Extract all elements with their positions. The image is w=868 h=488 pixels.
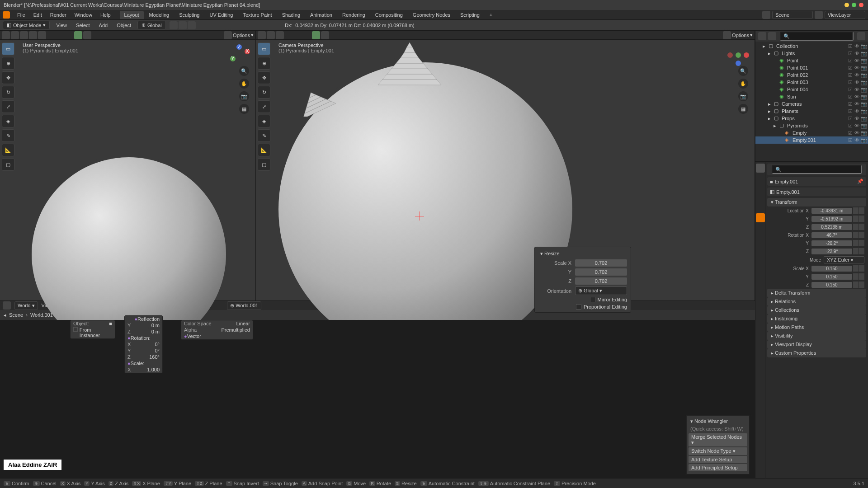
section-visibility[interactable]: ▸ Visibility	[767, 332, 866, 340]
exclude-icon[interactable]: ☑	[848, 58, 854, 63]
loc-z[interactable]: 0.52138 m	[811, 224, 852, 230]
overlay-icon[interactable]	[83, 31, 91, 39]
eye-icon[interactable]: 👁	[854, 123, 860, 128]
eye-icon[interactable]: 👁	[854, 65, 860, 70]
scale-z-value[interactable]: 0.702	[575, 277, 627, 285]
tree-item-props[interactable]: ▸▢Props☑👁📷	[755, 115, 868, 122]
exclude-icon[interactable]: ☑	[848, 108, 854, 114]
tree-item-sun[interactable]: ◉Sun☑👁📷	[755, 93, 868, 100]
viewlayer-icon[interactable]	[815, 11, 823, 19]
annotate-tool[interactable]: ✎	[258, 129, 270, 142]
exclude-icon[interactable]: ☑	[848, 116, 854, 121]
transform-section[interactable]: ▾ Transform	[767, 198, 866, 206]
filter-icon[interactable]	[224, 31, 232, 39]
operator-panel-resize[interactable]: ▾ Resize Scale X0.702 Y0.702 Z0.702 Orie…	[534, 247, 631, 313]
render-icon[interactable]: 📷	[861, 108, 866, 114]
blender-logo-icon[interactable]	[3, 11, 10, 19]
tree-item-lights[interactable]: ▸▢Lights☑👁📷	[755, 50, 868, 57]
maximize-dot[interactable]	[852, 3, 856, 7]
breadcrumb-scene[interactable]: Scene	[9, 312, 23, 318]
section-motion-paths[interactable]: ▸ Motion Paths	[767, 323, 866, 332]
tree-item-planets[interactable]: ▸▢Planets☑👁📷	[755, 108, 868, 115]
rot-z[interactable]: -22.9°	[811, 249, 852, 254]
rotate-tool[interactable]: ↻	[258, 86, 270, 99]
render-icon[interactable]: 📷	[861, 94, 866, 99]
node-mapping[interactable]: ● Reflection Y0 m Z0 m ● Rotation: X0° Y…	[124, 315, 163, 373]
exclude-icon[interactable]: ☑	[848, 65, 854, 70]
select-tool[interactable]: ▭	[2, 42, 14, 55]
shader-editor[interactable]: World ▾ View Select Add Node Use Nodes ⊕…	[0, 300, 755, 488]
eye-icon[interactable]: 👁	[854, 130, 860, 136]
proportional-icon[interactable]	[188, 21, 196, 29]
tree-item-point[interactable]: ◉Point☑👁📷	[755, 57, 868, 64]
exclude-icon[interactable]: ☑	[848, 137, 854, 143]
world-selector[interactable]: ⊕ World.001	[227, 301, 261, 310]
move-tool[interactable]: ✥	[258, 71, 270, 84]
viewlayer-name[interactable]: ViewLayer	[825, 11, 865, 19]
eye-icon[interactable]: 👁	[854, 58, 860, 63]
scene-icon[interactable]	[762, 11, 770, 19]
overlay-icon[interactable]	[321, 31, 329, 39]
add-principled-button[interactable]: Add Principled Setup	[689, 464, 747, 471]
from-instancer-checkbox[interactable]	[73, 327, 78, 332]
exclude-icon[interactable]: ☑	[848, 94, 854, 99]
vector-socket[interactable]: Vector	[187, 333, 201, 339]
node-texcoord[interactable]: Object:■ From Instancer	[70, 320, 115, 339]
pan-icon[interactable]: ✋	[239, 79, 249, 89]
orientation-dropdown[interactable]: ⊕ Global	[137, 21, 166, 29]
nav-gizmo[interactable]: X Z Y	[226, 42, 253, 69]
datablock-name[interactable]: Empty.001	[776, 189, 800, 195]
render-icon[interactable]: 📷	[861, 80, 866, 85]
rot-x[interactable]: 46.7°	[811, 232, 852, 238]
exclude-icon[interactable]: ☑	[848, 80, 854, 85]
section-relations[interactable]: ▸ Relations	[767, 297, 866, 306]
scene-name[interactable]: Scene	[772, 11, 813, 19]
editor-type-icon[interactable]	[2, 31, 10, 39]
select-tool[interactable]: ▭	[258, 42, 270, 55]
add-tool[interactable]: ▢	[2, 158, 14, 171]
scale-z[interactable]: 0.150	[811, 282, 852, 288]
eye-icon[interactable]: 👁	[854, 137, 860, 143]
tab-scripting[interactable]: Scripting	[456, 11, 484, 19]
menu-edit[interactable]: Edit	[30, 11, 46, 19]
tab-geonodes[interactable]: Geometry Nodes	[408, 11, 455, 19]
prop-tab-modifiers[interactable]	[756, 223, 765, 232]
select-mode-icon[interactable]	[20, 31, 28, 39]
breadcrumb-world[interactable]: World.001	[30, 312, 53, 318]
render-icon[interactable]: 📷	[861, 87, 866, 92]
add-texture-button[interactable]: Add Texture Setup	[689, 456, 747, 463]
node-image[interactable]: Color SpaceLinear AlphaPremultiplied ● V…	[181, 320, 253, 340]
section-instancing[interactable]: ▸ Instancing	[767, 314, 866, 323]
prop-tab-constraints[interactable]	[756, 253, 765, 262]
tab-uv[interactable]: UV Editing	[205, 11, 237, 19]
prop-tab-particles[interactable]	[756, 233, 765, 242]
scale-tool[interactable]: ⤢	[258, 100, 270, 113]
select-mode-icon[interactable]	[11, 31, 19, 39]
eye-icon[interactable]: 👁	[854, 43, 860, 49]
tree-item-collection[interactable]: ▸▢Collection☑👁📷	[755, 42, 868, 50]
back-icon[interactable]: ◂	[4, 312, 6, 318]
tab-rendering[interactable]: Rendering	[338, 11, 370, 19]
rotation-mode[interactable]: XYZ Euler ▾	[824, 256, 864, 263]
tab-modeling[interactable]: Modeling	[145, 11, 174, 19]
tree-item-point-004[interactable]: ◉Point.004☑👁📷	[755, 86, 868, 93]
menu-help[interactable]: Help	[97, 11, 114, 19]
close-dot[interactable]	[859, 3, 863, 7]
eye-icon[interactable]: 👁	[854, 87, 860, 92]
section-delta-transform[interactable]: ▸ Delta Transform	[767, 289, 866, 297]
editor-type-icon[interactable]	[3, 301, 11, 310]
render-icon[interactable]: 📷	[861, 101, 866, 107]
tab-shading[interactable]: Shading	[278, 11, 305, 19]
colorspace-value[interactable]: Linear	[236, 321, 250, 326]
keyframe-icon[interactable]	[859, 207, 864, 214]
proportional-checkbox[interactable]	[576, 304, 581, 310]
render-icon[interactable]: 📷	[861, 137, 866, 143]
exclude-icon[interactable]: ☑	[848, 123, 854, 128]
transform-tool[interactable]: ◈	[2, 115, 14, 127]
rotate-tool[interactable]: ↻	[2, 86, 14, 99]
tree-item-point-002[interactable]: ◉Point.002☑👁📷	[755, 71, 868, 79]
exclude-icon[interactable]: ☑	[848, 43, 854, 49]
eye-icon[interactable]: 👁	[854, 94, 860, 99]
tree-item-empty-001[interactable]: ◈Empty.001☑👁📷	[755, 136, 868, 144]
pan-icon[interactable]: ✋	[738, 79, 748, 89]
